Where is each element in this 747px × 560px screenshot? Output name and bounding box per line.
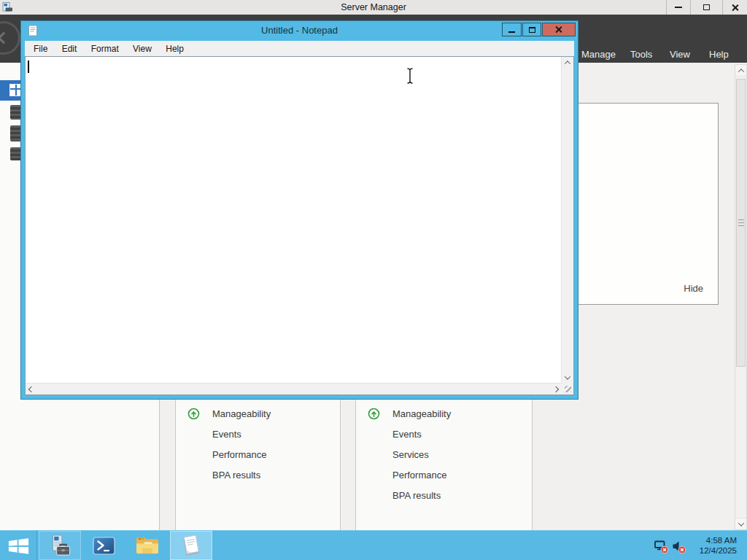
sidebar-item-file-storage[interactable] xyxy=(10,147,20,160)
tile-link-bpa-results[interactable]: BPA results xyxy=(392,486,441,506)
close-button[interactable] xyxy=(542,23,576,36)
windows-start-icon xyxy=(8,538,29,554)
tile-link-performance[interactable]: Performance xyxy=(212,445,266,465)
notepad-window: Untitled - Notepad File Edit Format View… xyxy=(20,20,578,400)
clock-time: 4:58 AM xyxy=(706,536,737,545)
resize-grip[interactable] xyxy=(561,383,573,394)
scroll-left-icon[interactable] xyxy=(26,384,36,394)
taskbar-file-explorer-button[interactable] xyxy=(126,531,169,560)
desktop: Server Manager Manage Tools View Help Hi… xyxy=(0,0,747,560)
scroll-down-icon[interactable] xyxy=(735,518,746,529)
minimize-icon xyxy=(508,31,515,33)
minimize-icon xyxy=(675,7,682,8)
text-caret xyxy=(28,61,29,73)
restore-button[interactable] xyxy=(690,0,722,15)
server-manager-sidebar xyxy=(0,63,20,400)
menu-help[interactable]: Help xyxy=(160,41,190,55)
tile-link-events[interactable]: Events xyxy=(392,424,422,445)
scrollbar-grip-icon xyxy=(738,219,744,228)
dashboard-icon xyxy=(9,84,20,96)
status-up-icon xyxy=(368,408,380,420)
menu-file[interactable]: File xyxy=(28,41,53,55)
notepad-icon xyxy=(180,534,202,557)
tray-network-icon[interactable] xyxy=(654,539,669,557)
taskbar: 4:58 AM 12/4/2025 xyxy=(0,530,747,560)
sidebar-item-local-server[interactable] xyxy=(10,105,20,120)
tile-row: Performance xyxy=(176,445,340,465)
notepad-titlebar[interactable]: Untitled - Notepad xyxy=(21,21,578,41)
menu-help[interactable]: Help xyxy=(709,47,729,62)
clock-date: 12/4/2025 xyxy=(700,546,737,555)
scroll-up-icon[interactable] xyxy=(735,65,746,77)
minimize-button[interactable] xyxy=(666,0,690,15)
tile-link-events[interactable]: Events xyxy=(212,424,241,445)
scroll-up-icon[interactable] xyxy=(562,57,573,68)
scrollbar-thumb[interactable] xyxy=(736,79,746,367)
start-button[interactable] xyxy=(0,531,37,560)
horizontal-scrollbar[interactable] xyxy=(26,383,561,394)
close-icon xyxy=(731,4,739,12)
dashboard-tile-2: Manageability Events Services Performanc… xyxy=(355,400,533,530)
taskbar-notepad-button[interactable] xyxy=(170,531,212,560)
minimize-button[interactable] xyxy=(502,23,522,36)
back-arrow-icon xyxy=(0,32,9,44)
close-button[interactable] xyxy=(722,0,747,15)
window-title: Untitled - Notepad xyxy=(21,21,578,41)
tile-link-manageability[interactable]: Manageability xyxy=(212,404,271,424)
tile-link-performance[interactable]: Performance xyxy=(392,465,446,486)
tray-clock[interactable]: 4:58 AM 12/4/2025 xyxy=(687,535,737,556)
taskbar-powershell-button[interactable] xyxy=(82,531,125,560)
window-title: Server Manager xyxy=(0,0,747,15)
sidebar-item-all-servers[interactable] xyxy=(10,125,20,141)
tile-row: Manageability xyxy=(356,404,532,424)
tile-row: Services xyxy=(356,445,532,465)
hide-link[interactable]: Hide xyxy=(684,283,703,294)
tile-row: Events xyxy=(356,424,532,445)
tile-row: BPA results xyxy=(176,465,340,486)
server-manager-icon xyxy=(47,534,72,557)
menu-format[interactable]: Format xyxy=(85,41,125,55)
sidebar-item-dashboard[interactable] xyxy=(0,80,20,101)
scroll-right-icon[interactable] xyxy=(550,384,561,394)
maximize-icon xyxy=(529,27,535,33)
tile-row: Performance xyxy=(356,465,532,486)
close-icon xyxy=(555,26,563,34)
notepad-text-area[interactable] xyxy=(25,56,574,395)
server-manager-titlebar[interactable]: Server Manager xyxy=(0,0,747,15)
tile-link-bpa-results[interactable]: BPA results xyxy=(212,465,260,486)
tile-link-services[interactable]: Services xyxy=(392,445,429,465)
menu-edit[interactable]: Edit xyxy=(56,41,83,55)
dashboard-tile-1: Manageability Events Performance BPA res… xyxy=(175,400,341,530)
vertical-scrollbar[interactable] xyxy=(561,57,573,383)
tile-row: Events xyxy=(176,424,340,445)
restore-icon xyxy=(703,4,710,10)
file-explorer-icon xyxy=(136,536,159,556)
menu-tools[interactable]: Tools xyxy=(630,47,652,62)
taskbar-server-manager-button[interactable] xyxy=(39,531,81,560)
tray-volume-icon[interactable] xyxy=(671,539,686,557)
tile-row: Manageability xyxy=(176,404,340,424)
menu-view[interactable]: View xyxy=(670,47,690,62)
status-up-icon xyxy=(187,408,200,420)
main-scrollbar[interactable] xyxy=(735,64,747,530)
powershell-icon xyxy=(93,536,115,556)
back-button[interactable] xyxy=(0,21,20,55)
mouse-ibeam-cursor xyxy=(406,67,414,88)
menu-manage[interactable]: Manage xyxy=(581,47,616,62)
dashboard-tile-clipped xyxy=(0,400,160,530)
maximize-button[interactable] xyxy=(522,23,541,36)
tile-row: BPA results xyxy=(356,486,532,506)
menu-view[interactable]: View xyxy=(127,41,158,55)
tile-link-manageability[interactable]: Manageability xyxy=(392,404,451,424)
scroll-down-icon[interactable] xyxy=(562,372,573,383)
notepad-menubar: File Edit Format View Help xyxy=(25,41,574,56)
caption-buttons xyxy=(666,0,747,15)
